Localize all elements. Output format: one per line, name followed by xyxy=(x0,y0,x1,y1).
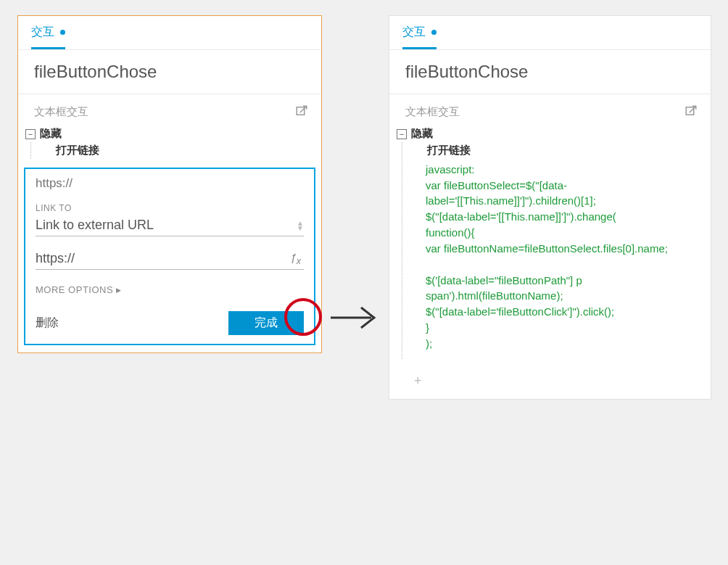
chevron-updown-icon: ▲▼ xyxy=(297,220,304,231)
popout-icon[interactable] xyxy=(684,104,698,120)
delete-button[interactable]: 删除 xyxy=(36,316,59,331)
code-line: } xyxy=(426,320,690,335)
fx-icon[interactable]: ƒx xyxy=(287,251,304,266)
url-placeholder-input[interactable] xyxy=(36,169,304,196)
panel-title: fileButtonChose xyxy=(405,62,696,82)
done-button[interactable]: 完成 xyxy=(228,311,304,335)
tree-node-open-link[interactable]: 打开链接 xyxy=(423,142,700,159)
section-label: 文本框交互 xyxy=(405,105,460,119)
code-line: function(){ xyxy=(426,225,690,240)
form-actions: 删除 完成 xyxy=(36,311,304,335)
code-line: ); xyxy=(426,336,690,351)
tree-node-hide[interactable]: − 隐藏 xyxy=(25,125,311,142)
code-line: javascript: xyxy=(426,162,690,177)
code-line: $('[data-label="fileButtonPath"] p span'… xyxy=(426,273,690,303)
tab-bar: 交互 xyxy=(389,16,711,50)
tree-node-hide[interactable]: − 隐藏 xyxy=(397,125,700,142)
section-header: 文本框交互 xyxy=(18,94,321,123)
tab-interaction[interactable]: 交互 xyxy=(402,25,437,49)
interaction-panel-left: 交互 fileButtonChose 文本框交互 − 隐藏 打开链接 LINK … xyxy=(17,15,322,353)
link-to-label: LINK TO xyxy=(36,203,304,213)
add-action-button[interactable]: + xyxy=(389,368,711,399)
more-options-toggle[interactable]: MORE OPTIONS ▶ xyxy=(36,284,304,295)
more-options-label: MORE OPTIONS xyxy=(36,284,113,295)
collapse-icon[interactable]: − xyxy=(25,129,36,139)
title-row: fileButtonChose xyxy=(389,50,711,94)
action-tree: − 隐藏 打开链接 javascript: var fileButtonSele… xyxy=(389,123,711,368)
open-link-form: LINK TO Link to external URL ▲▼ https://… xyxy=(24,168,315,345)
tab-indicator-dot xyxy=(60,30,65,35)
section-label: 文本框交互 xyxy=(34,105,88,119)
url-field-row: https:// ƒx xyxy=(36,249,304,270)
tree-node-open-link[interactable]: 打开链接 xyxy=(51,142,311,159)
tree-label: 打开链接 xyxy=(56,144,99,157)
tree-label: 隐藏 xyxy=(40,127,62,141)
tree-children: 打开链接 javascript: var fileButtonSelect=$(… xyxy=(402,142,700,359)
link-to-value: Link to external URL xyxy=(36,218,297,233)
tab-label: 交互 xyxy=(31,25,54,38)
tab-bar: 交互 xyxy=(18,16,321,50)
code-line: $("[data-label='[[This.name]]']").change… xyxy=(426,209,690,224)
code-line: var fileButtonName=fileButtonSelect.file… xyxy=(426,241,690,256)
svg-rect-0 xyxy=(297,107,305,115)
panel-title: fileButtonChose xyxy=(34,62,307,82)
action-tree: − 隐藏 打开链接 xyxy=(18,123,321,168)
svg-rect-2 xyxy=(686,107,694,115)
triangle-right-icon: ▶ xyxy=(116,286,122,294)
section-header: 文本框交互 xyxy=(389,94,711,123)
collapse-icon[interactable]: − xyxy=(397,129,407,139)
interaction-panel-right: 交互 fileButtonChose 文本框交互 − 隐藏 打开链接 javas… xyxy=(389,15,711,400)
popout-icon[interactable] xyxy=(295,104,308,120)
title-row: fileButtonChose xyxy=(18,50,321,94)
code-line: var fileButtonSelect=$("[data-label='[[T… xyxy=(426,178,690,208)
tab-indicator-dot xyxy=(431,30,437,35)
tree-children: 打开链接 xyxy=(30,142,311,159)
link-to-select[interactable]: Link to external URL ▲▼ xyxy=(36,213,304,236)
tab-label: 交互 xyxy=(402,25,426,38)
tab-interaction[interactable]: 交互 xyxy=(31,25,65,49)
annotation-arrow-icon xyxy=(329,303,380,332)
javascript-code-block[interactable]: javascript: var fileButtonSelect=$("[dat… xyxy=(423,159,700,359)
tree-label: 打开链接 xyxy=(427,144,471,157)
tree-label: 隐藏 xyxy=(411,127,433,141)
code-line: $("[data-label='fileButtonClick']").clic… xyxy=(426,304,690,319)
url-field[interactable]: https:// xyxy=(36,249,287,268)
code-line xyxy=(426,257,690,272)
